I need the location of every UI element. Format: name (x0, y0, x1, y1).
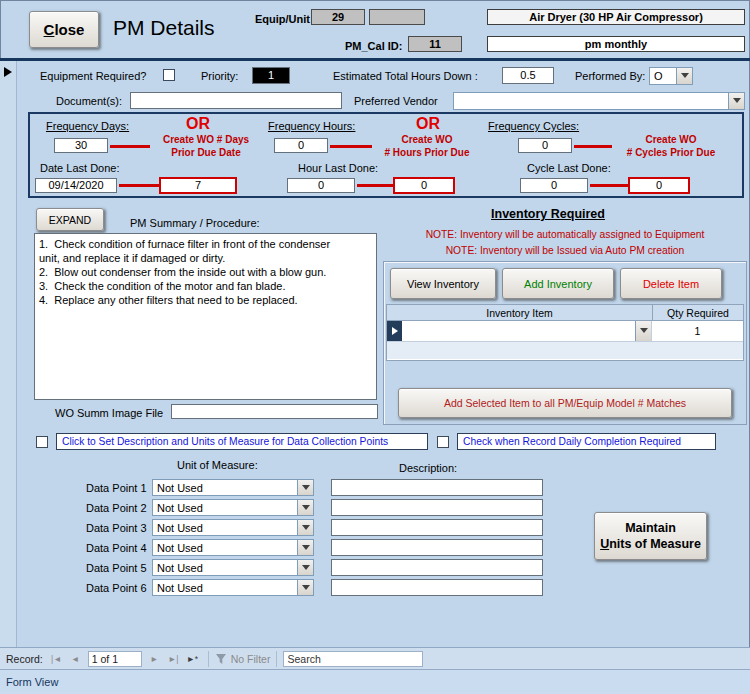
frequency-days-field[interactable]: 30 (54, 138, 108, 153)
red-connector-line (357, 184, 393, 187)
performed-by-combo[interactable]: O (649, 67, 693, 85)
delete-item-button[interactable]: Delete Item (620, 268, 722, 299)
chevron-down-icon[interactable] (297, 520, 313, 535)
frequency-cycles-label: Frequency Cycles: (488, 120, 579, 133)
search-input[interactable] (283, 651, 423, 667)
red-connector-line (330, 145, 372, 148)
pm-summary-textarea[interactable]: 1. Check condition of furnace filter in … (34, 233, 377, 400)
data-point-2-label: Data Point 2 (86, 502, 147, 515)
preferred-vendor-label: Preferred Vendor (354, 95, 438, 108)
maintain-units-button[interactable]: Maintain Units of Measure (594, 512, 707, 560)
expand-button[interactable]: EXPAND (36, 208, 104, 231)
data-point-4-label: Data Point 4 (86, 542, 147, 555)
wo-summ-image-label: WO Summ Image File (55, 407, 163, 420)
chevron-down-icon[interactable] (297, 500, 313, 515)
data-point-1-description-field[interactable] (331, 479, 543, 496)
chevron-down-icon[interactable] (297, 480, 313, 495)
last-record-icon[interactable]: ►| (165, 651, 182, 666)
hours-prior-due-field[interactable]: 0 (393, 177, 455, 194)
daily-completion-box: Check when Record Daily Completion Requi… (457, 433, 716, 450)
inventory-empty-row[interactable] (387, 342, 743, 359)
documents-field[interactable] (130, 92, 342, 109)
data-point-4-description-field[interactable] (331, 539, 543, 556)
data-point-3-unit-combo[interactable]: Not Used (152, 519, 314, 536)
inventory-note-2: NOTE: Inventory will be Issued via Auto … (385, 244, 745, 257)
daily-completion-checkbox[interactable] (437, 436, 449, 448)
data-point-1-unit-combo[interactable]: Not Used (152, 479, 314, 496)
record-position-box[interactable]: 1 of 1 (88, 651, 142, 667)
data-point-6-unit-value: Not Used (153, 580, 297, 595)
data-point-2-unit-combo[interactable]: Not Used (152, 499, 314, 516)
estimated-hours-label: Estimated Total Hours Down : (333, 70, 478, 83)
page-title: PM Details (113, 16, 215, 40)
chevron-down-icon[interactable] (297, 560, 313, 575)
previous-record-icon[interactable]: ◄ (67, 651, 84, 666)
days-prior-due-field[interactable]: 7 (159, 177, 237, 194)
unit-of-measure-label: Unit of Measure: (177, 459, 258, 472)
inventory-grid-header: Inventory Item Qty Required (387, 305, 743, 321)
estimated-hours-field[interactable]: 0.5 (502, 67, 554, 84)
pm-cal-id-value: 11 (408, 36, 462, 52)
add-inventory-button[interactable]: Add Inventory (502, 268, 614, 299)
maintain-units-label-line1: Maintain (625, 520, 676, 536)
chevron-down-icon[interactable] (297, 580, 313, 595)
days-prior-note: Create WO # Days Prior Due Date (150, 133, 262, 159)
next-record-icon[interactable]: ► (146, 651, 163, 666)
current-record-arrow-icon (4, 67, 12, 77)
data-point-2-description-field[interactable] (331, 499, 543, 516)
chevron-down-icon[interactable] (297, 540, 313, 555)
data-point-3-description-field[interactable] (331, 519, 543, 536)
close-button[interactable]: Close (29, 11, 99, 48)
data-point-5-description-field[interactable] (331, 559, 543, 576)
frequency-days-label: Frequency Days: (46, 120, 129, 133)
pm-cal-id-label: PM_Cal ID: (345, 40, 402, 53)
equipment-required-label: Equipment Required? (40, 70, 146, 83)
performed-by-value: O (650, 68, 676, 84)
qty-required-field[interactable]: 1 (651, 321, 743, 341)
data-point-1-label: Data Point 1 (86, 482, 147, 495)
chevron-down-icon[interactable] (728, 93, 744, 109)
view-inventory-button[interactable]: View Inventory (390, 268, 496, 299)
inventory-item-combo[interactable] (402, 321, 651, 341)
pm-summary-label: PM Summary / Procedure: (130, 217, 260, 230)
new-record-icon[interactable]: ►* (184, 651, 201, 666)
equip-unit-id-secondary (369, 9, 425, 25)
data-point-6-unit-combo[interactable]: Not Used (152, 579, 314, 596)
data-point-3-label: Data Point 3 (86, 522, 147, 535)
inventory-item-value (402, 321, 635, 341)
date-last-done-field[interactable]: 09/14/2020 (35, 178, 117, 193)
data-point-4-unit-combo[interactable]: Not Used (152, 539, 314, 556)
red-connector-line (119, 184, 159, 187)
documents-label: Document(s): (56, 95, 122, 108)
chevron-down-icon[interactable] (676, 68, 692, 84)
cycles-prior-due-field[interactable]: 0 (628, 177, 690, 194)
row-selector-cell[interactable] (387, 321, 402, 341)
or-label-1: OR (186, 115, 210, 133)
add-selected-item-button[interactable]: Add Selected Item to all PM/Equip Model … (398, 388, 732, 418)
data-point-5-unit-combo[interactable]: Not Used (152, 559, 314, 576)
priority-field[interactable]: 1 (252, 67, 290, 84)
hours-prior-note: Create WO # Hours Prior Due (374, 133, 480, 159)
preferred-vendor-combo[interactable] (453, 92, 745, 110)
first-record-icon[interactable]: |◄ (48, 651, 65, 666)
status-bar: Form View (0, 669, 750, 694)
divider (208, 651, 209, 667)
status-bar-text: Form View (6, 676, 58, 688)
inventory-row[interactable]: 1 (387, 321, 743, 342)
frequency-cycles-field[interactable]: 0 (518, 138, 572, 153)
cycle-last-done-field[interactable]: 0 (520, 178, 588, 193)
frequency-hours-field[interactable]: 0 (274, 138, 328, 153)
inventory-note-1: NOTE: Inventory will be automatically as… (385, 228, 745, 241)
data-point-6-description-field[interactable] (331, 579, 543, 596)
priority-label: Priority: (201, 70, 238, 83)
hour-last-done-label: Hour Last Done: (298, 162, 378, 175)
chevron-down-icon[interactable] (635, 321, 651, 341)
data-point-3-unit-value: Not Used (153, 520, 297, 535)
set-description-box[interactable]: Click to Set Description and Units of Me… (56, 433, 428, 450)
equipment-required-checkbox[interactable] (163, 69, 175, 81)
filter-toggle[interactable]: No Filter (215, 653, 271, 665)
wo-summ-image-field[interactable] (171, 404, 378, 419)
record-selector-bar[interactable] (0, 61, 17, 647)
set-description-checkbox[interactable] (36, 436, 48, 448)
hour-last-done-field[interactable]: 0 (287, 178, 355, 193)
